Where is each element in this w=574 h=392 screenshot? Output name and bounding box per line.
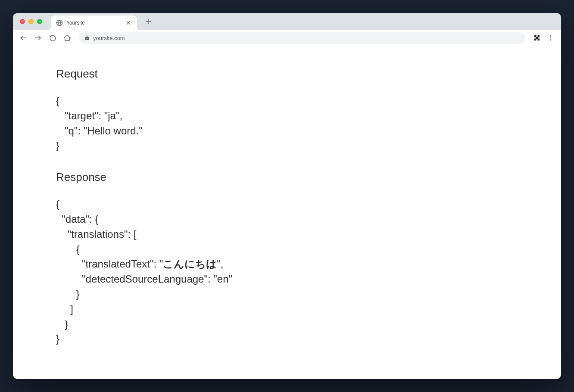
new-tab-button[interactable] [142, 16, 154, 28]
svg-rect-12 [536, 37, 538, 39]
response-code-block: { "data": { "translations": [ { "transla… [56, 197, 518, 347]
toolbar-right [531, 32, 557, 44]
reload-button[interactable] [47, 32, 59, 44]
page-content: Request { "target": "ja", "q": "Hello wo… [13, 46, 561, 379]
translated-text-value: こんにちは [163, 258, 217, 270]
browser-tabs-bar: Yoursite [13, 13, 561, 30]
minimize-window-button[interactable] [28, 19, 34, 24]
home-button[interactable] [61, 32, 73, 44]
tab-title: Yoursite [66, 20, 122, 26]
response-heading: Response [56, 171, 518, 184]
svg-point-13 [550, 35, 552, 37]
lock-icon [84, 35, 90, 41]
maximize-window-button[interactable] [37, 19, 42, 24]
window-controls [20, 19, 42, 24]
tab-close-button[interactable] [125, 19, 132, 26]
globe-icon [56, 19, 63, 26]
forward-button[interactable] [32, 32, 44, 44]
browser-toolbar: yoursite.com [13, 30, 561, 46]
back-button[interactable] [17, 32, 29, 44]
response-code-pre: { "data": { "translations": [ { "transla… [56, 198, 163, 270]
address-bar[interactable]: yoursite.com [79, 32, 525, 44]
svg-point-14 [550, 37, 552, 39]
menu-button[interactable] [545, 32, 557, 44]
request-code-block: { "target": "ja", "q": "Hello word." } [56, 93, 518, 153]
browser-tab[interactable]: Yoursite [51, 16, 137, 30]
extension-icon[interactable] [531, 32, 543, 44]
url-text: yoursite.com [93, 35, 125, 41]
request-heading: Request [56, 67, 518, 81]
close-window-button[interactable] [20, 19, 25, 24]
response-code-post: ", "detectedSourceLanguage": "en" } ] } … [56, 258, 232, 345]
svg-point-15 [550, 39, 552, 40]
browser-window: Yoursite [13, 13, 561, 379]
